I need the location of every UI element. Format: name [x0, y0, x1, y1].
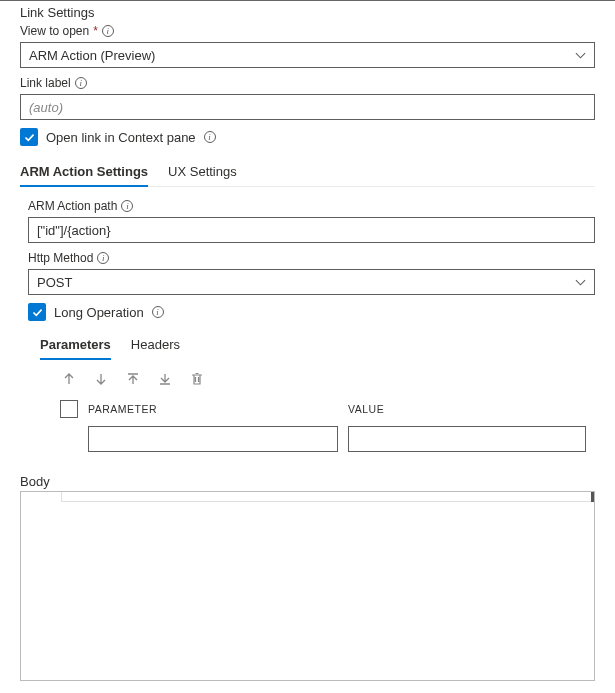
body-label: Body [20, 474, 595, 489]
http-method-value: POST [37, 275, 72, 290]
column-value: VALUE [348, 403, 583, 415]
link-label-text: Link label [20, 76, 71, 90]
subtab-parameters[interactable]: Parameters [40, 333, 111, 360]
view-to-open-label-text: View to open [20, 24, 89, 38]
section-title: Link Settings [20, 5, 595, 20]
select-all-checkbox[interactable] [60, 400, 78, 418]
move-down-icon[interactable] [92, 370, 110, 388]
arm-action-path-label-text: ARM Action path [28, 199, 117, 213]
column-parameter: PARAMETER [88, 403, 338, 415]
open-in-context-label: Open link in Context pane [46, 130, 196, 145]
body-gutter [61, 492, 593, 502]
body-scrollbar[interactable] [591, 492, 594, 502]
delete-icon[interactable] [188, 370, 206, 388]
http-method-label: Http Method i [28, 251, 595, 265]
move-top-icon[interactable] [124, 370, 142, 388]
move-up-icon[interactable] [60, 370, 78, 388]
http-method-label-text: Http Method [28, 251, 93, 265]
http-method-dropdown[interactable]: POST [28, 269, 595, 295]
view-to-open-value: ARM Action (Preview) [29, 48, 155, 63]
chevron-down-icon [575, 277, 586, 288]
parameter-name-input[interactable] [88, 426, 338, 452]
link-label-label: Link label i [20, 76, 595, 90]
info-icon[interactable]: i [152, 306, 164, 318]
parameter-value-input[interactable] [348, 426, 586, 452]
info-icon[interactable]: i [121, 200, 133, 212]
info-icon[interactable]: i [97, 252, 109, 264]
long-operation-checkbox[interactable] [28, 303, 46, 321]
info-icon[interactable]: i [102, 25, 114, 37]
view-to-open-dropdown[interactable]: ARM Action (Preview) [20, 42, 595, 68]
long-operation-label: Long Operation [54, 305, 144, 320]
move-bottom-icon[interactable] [156, 370, 174, 388]
arm-action-path-input[interactable] [28, 217, 595, 243]
info-icon[interactable]: i [75, 77, 87, 89]
view-to-open-label: View to open * i [20, 24, 595, 38]
open-in-context-checkbox[interactable] [20, 128, 38, 146]
link-label-input[interactable] [20, 94, 595, 120]
info-icon[interactable]: i [204, 131, 216, 143]
tab-ux-settings[interactable]: UX Settings [168, 158, 237, 186]
body-textarea[interactable] [20, 491, 595, 681]
subtab-headers[interactable]: Headers [131, 333, 180, 360]
chevron-down-icon [575, 50, 586, 61]
tab-arm-action-settings[interactable]: ARM Action Settings [20, 158, 148, 187]
required-asterisk: * [93, 24, 98, 38]
arm-action-path-label: ARM Action path i [28, 199, 595, 213]
table-row [88, 426, 595, 452]
